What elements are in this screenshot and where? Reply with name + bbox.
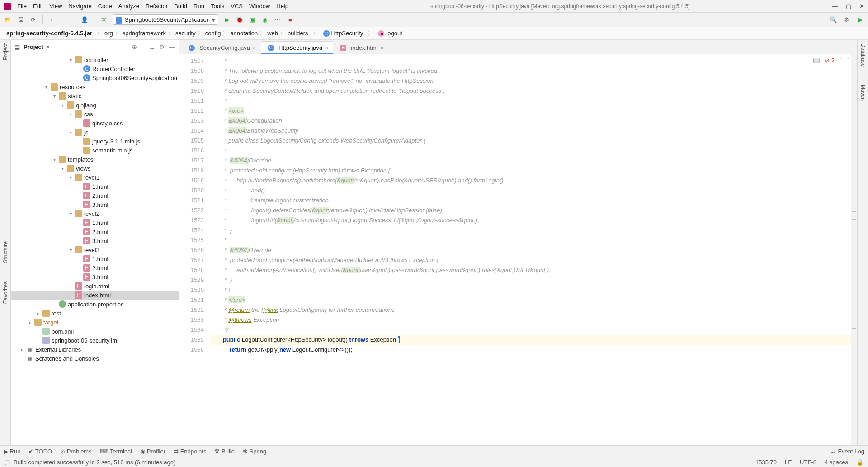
- tab-httpsecurity-java[interactable]: CHttpSecurity.java×: [261, 41, 333, 54]
- tree-item-resources[interactable]: ▾resources: [11, 82, 179, 91]
- tab-close-icon[interactable]: ×: [325, 45, 328, 51]
- tool-structure[interactable]: Structure: [2, 241, 9, 263]
- tree-item-templates[interactable]: ▾templates: [11, 155, 179, 164]
- tree-item-jquery-3-1-1-min-js[interactable]: jquery-3.1.1.min.js: [11, 137, 179, 146]
- tree-item-semantic-min-js[interactable]: semantic.min.js: [11, 146, 179, 155]
- line-separator[interactable]: LF: [785, 459, 792, 466]
- project-tree[interactable]: ▾controllerCRouterControllerCSpringboot0…: [11, 54, 179, 445]
- bottom-build[interactable]: ⚒ Build: [214, 448, 235, 455]
- editor-scroll-strip[interactable]: [851, 54, 857, 445]
- caret-position[interactable]: 1535:70: [755, 459, 777, 466]
- reader-mode-icon[interactable]: 📖: [813, 57, 820, 64]
- next-highlight-icon[interactable]: ˅: [847, 57, 850, 64]
- project-view-icon[interactable]: ▤: [14, 43, 20, 50]
- event-log-button[interactable]: 🗨 Event Log: [830, 448, 864, 455]
- tree-item-login-html[interactable]: Hlogin.html: [11, 281, 179, 291]
- tree-item-static[interactable]: ▾static: [11, 91, 179, 100]
- tree-item-1-html[interactable]: H1.html: [11, 218, 179, 227]
- menu-edit[interactable]: Edit: [33, 3, 43, 10]
- reload-icon[interactable]: ⟳: [29, 16, 37, 24]
- menu-vcs[interactable]: VCS: [231, 3, 243, 10]
- tree-item-external-libraries[interactable]: ▸▦External Libraries: [11, 345, 179, 354]
- coverage-icon[interactable]: ▣: [248, 16, 256, 24]
- tree-item-springboot06securityapplication[interactable]: CSpringboot06SecurityApplication: [11, 73, 179, 82]
- menu-code[interactable]: Code: [98, 3, 112, 10]
- menu-run[interactable]: Run: [193, 3, 204, 10]
- menu-navigate[interactable]: Navigate: [68, 3, 91, 10]
- menu-view[interactable]: View: [49, 3, 62, 10]
- crumb-org[interactable]: org: [103, 29, 115, 37]
- tree-item-2-html[interactable]: H2.html: [11, 227, 179, 236]
- crumb-annotation[interactable]: annotation: [228, 29, 259, 37]
- collapse-icon[interactable]: ≣: [150, 43, 155, 50]
- file-encoding[interactable]: UTF-8: [800, 459, 816, 466]
- menu-tools[interactable]: Tools: [211, 3, 224, 10]
- tab-securityconfig-java[interactable]: CSecurityConfig.java×: [182, 41, 261, 54]
- tree-item-pom-xml[interactable]: pom.xml: [11, 327, 179, 336]
- tree-item-2-html[interactable]: H2.html: [11, 263, 179, 272]
- tool-database[interactable]: Database: [860, 43, 866, 67]
- tree-item-3-html[interactable]: H3.html: [11, 272, 179, 281]
- tab-index-html[interactable]: Hindex.html×: [333, 41, 388, 54]
- bottom-todo[interactable]: ✔ TODO: [28, 448, 52, 455]
- tool-project[interactable]: Project: [2, 43, 9, 60]
- tree-item-1-html[interactable]: H1.html: [11, 182, 179, 191]
- save-icon[interactable]: 🖫: [16, 16, 24, 24]
- bottom-endpoints[interactable]: ⇄ Endpoints: [174, 448, 206, 455]
- locate-icon[interactable]: ⊕: [132, 43, 137, 50]
- menu-window[interactable]: Window: [249, 3, 270, 10]
- tree-item-views[interactable]: ▾views: [11, 164, 179, 173]
- tree-item-controller[interactable]: ▾controller: [11, 55, 179, 64]
- status-menu-icon[interactable]: ▢: [5, 459, 10, 466]
- error-count[interactable]: ⊘ 2: [825, 57, 835, 64]
- tree-item-scratches-and-consoles[interactable]: ▦Scratches and Consoles: [11, 354, 179, 363]
- close-icon[interactable]: ✕: [859, 3, 864, 10]
- tab-close-icon[interactable]: ×: [381, 45, 384, 51]
- bottom-spring[interactable]: ❀ Spring: [243, 448, 266, 455]
- tree-item-target[interactable]: ▸target: [11, 318, 179, 327]
- menu-help[interactable]: Help: [276, 3, 288, 10]
- tree-item-level2[interactable]: ▾level2: [11, 209, 179, 218]
- minimize-icon[interactable]: —: [832, 3, 838, 10]
- tree-item-3-html[interactable]: H3.html: [11, 236, 179, 245]
- crumb-builders[interactable]: builders: [286, 29, 310, 37]
- tree-item-test[interactable]: ▸test: [11, 309, 179, 318]
- editor-area[interactable]: 1507150815091510151115121513151415151516…: [179, 54, 857, 445]
- bottom-problems[interactable]: ⊘ Problems: [60, 448, 92, 455]
- crumb-security[interactable]: security: [174, 29, 198, 37]
- tree-item-level1[interactable]: ▾level1: [11, 173, 179, 182]
- gear-icon[interactable]: ⚙: [159, 43, 165, 50]
- menu-build[interactable]: Build: [174, 3, 187, 10]
- forward-icon[interactable]: →: [61, 16, 69, 24]
- tool-favorites[interactable]: Favorites: [2, 281, 9, 304]
- crumb-class[interactable]: CHttpSecurity: [321, 29, 365, 38]
- prev-highlight-icon[interactable]: ˄: [839, 57, 842, 64]
- tree-item-1-html[interactable]: H1.html: [11, 254, 179, 263]
- expand-icon[interactable]: ≡: [142, 43, 145, 50]
- indent-info[interactable]: 4 spaces: [825, 459, 848, 466]
- crumb-method[interactable]: mlogout: [376, 29, 404, 38]
- bottom-run[interactable]: ▶ Run: [4, 448, 20, 455]
- debug-icon[interactable]: 🐞: [236, 16, 244, 24]
- back-icon[interactable]: ←: [48, 16, 57, 24]
- menu-file[interactable]: File: [17, 3, 27, 10]
- menu-refactor[interactable]: Refactor: [146, 3, 168, 10]
- hide-icon[interactable]: —: [169, 43, 175, 50]
- tree-item-qinstyle-css[interactable]: qinstyle.css: [11, 119, 179, 128]
- tab-close-icon[interactable]: ×: [253, 45, 256, 51]
- tree-item-application-properties[interactable]: application.properties: [11, 300, 179, 309]
- readonly-lock-icon[interactable]: 🔒: [856, 459, 863, 466]
- tree-item-qinjiang[interactable]: ▾qinjiang: [11, 100, 179, 110]
- run-config-select[interactable]: Springboot06SecurityApplication: [113, 14, 218, 25]
- maximize-icon[interactable]: ▢: [846, 3, 851, 10]
- view-mode-chevron-icon[interactable]: ▾: [47, 44, 49, 49]
- run-icon[interactable]: ▶: [223, 16, 231, 24]
- code-area[interactable]: * * The following customization to log o…: [208, 54, 851, 445]
- settings-icon[interactable]: ⚙: [843, 16, 851, 24]
- profile-icon[interactable]: ◉: [261, 16, 269, 24]
- crumb-config[interactable]: config: [203, 29, 223, 37]
- tree-item-2-html[interactable]: H2.html: [11, 191, 179, 200]
- tree-item-3-html[interactable]: H3.html: [11, 200, 179, 209]
- bottom-profiler[interactable]: ◉ Profiler: [140, 448, 165, 455]
- sidebar-title[interactable]: Project: [24, 43, 43, 50]
